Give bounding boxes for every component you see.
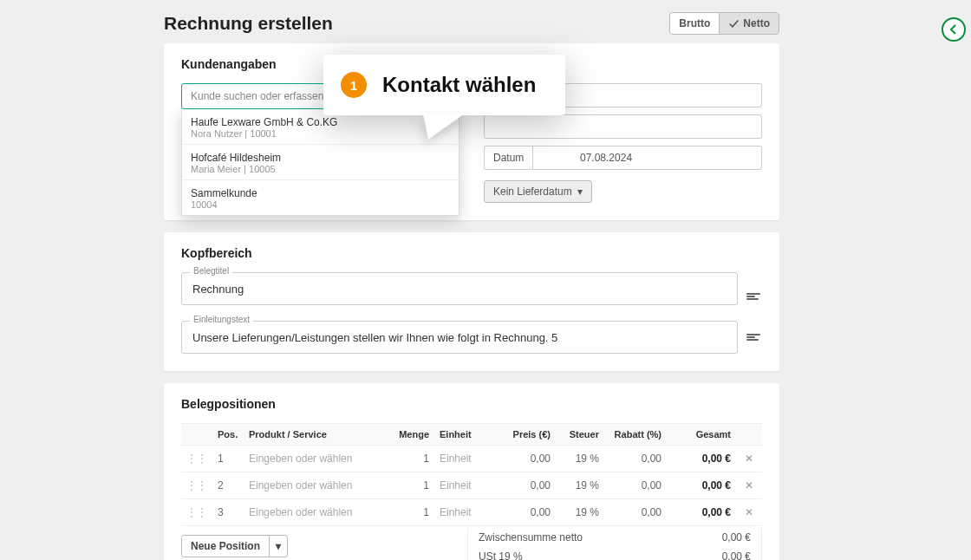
items-panel-title: Belegpositionen xyxy=(181,397,762,411)
netto-button[interactable]: Netto xyxy=(719,12,779,35)
col-qty: Menge xyxy=(388,424,434,446)
net-gross-toggle: Brutto Netto xyxy=(669,12,779,35)
tax-value: 0,00 € xyxy=(722,550,751,560)
date-label: Datum xyxy=(484,146,533,170)
col-pos: Pos. xyxy=(212,424,244,446)
table-row[interactable]: ⋮⋮ 2 Eingeben oder wählen 1 Einheit 0,00… xyxy=(181,472,762,499)
drag-handle-icon[interactable]: ⋮⋮ xyxy=(186,506,207,518)
reference-field[interactable] xyxy=(484,114,762,139)
text-options-icon[interactable] xyxy=(746,334,762,341)
chevron-down-icon: ▾ xyxy=(276,540,281,552)
remove-row-icon[interactable]: ✕ xyxy=(741,506,757,518)
collapse-sidebar-button[interactable] xyxy=(942,17,966,42)
callout-step-badge: 1 xyxy=(341,72,367,98)
text-options-icon[interactable] xyxy=(746,293,762,300)
page-title: Rechnung erstellen xyxy=(164,13,333,34)
no-delivery-date-button[interactable]: Kein Lieferdatum ▾ xyxy=(484,180,592,203)
date-field[interactable]: Datum 07.08.2024 xyxy=(484,146,762,170)
check-icon xyxy=(728,18,740,29)
tax-label: USt 19 % xyxy=(479,550,523,560)
remove-row-icon[interactable]: ✕ xyxy=(741,453,757,465)
brutto-button[interactable]: Brutto xyxy=(669,12,719,35)
items-panel: Belegpositionen Pos. Produkt / Service M… xyxy=(164,383,779,560)
col-unit: Einheit xyxy=(434,424,495,446)
customer-suggestion-item[interactable]: Sammelkunde 10004 xyxy=(182,179,459,215)
intro-text-input[interactable] xyxy=(182,331,737,344)
onboarding-callout: 1 Kontakt wählen xyxy=(323,55,565,115)
col-prod: Produkt / Service xyxy=(244,424,388,446)
col-tax: Steuer xyxy=(556,424,604,446)
remove-row-icon[interactable]: ✕ xyxy=(741,479,757,492)
table-row[interactable]: ⋮⋮ 1 Eingeben oder wählen 1 Einheit 0,00… xyxy=(181,446,762,472)
new-position-button[interactable]: Neue Position xyxy=(181,535,270,557)
line-items-table: Pos. Produkt / Service Menge Einheit Pre… xyxy=(181,423,762,526)
chevron-down-icon: ▾ xyxy=(577,186,583,198)
customer-suggestion-item[interactable]: Hofcafé Hildesheim Maria Meier | 10005 xyxy=(182,144,459,179)
col-total: Gesamt xyxy=(667,424,736,446)
new-position-menu-button[interactable]: ▾ xyxy=(270,535,288,557)
chevron-left-icon xyxy=(948,24,959,35)
reference-input[interactable] xyxy=(485,120,761,133)
col-price: Preis (€) xyxy=(495,424,556,446)
drag-handle-icon[interactable]: ⋮⋮ xyxy=(186,479,207,492)
head-panel: Kopfbereich Belegtitel Einleitungstext xyxy=(164,232,779,371)
col-discount: Rabatt (%) xyxy=(604,424,667,446)
subtotal-value: 0,00 € xyxy=(722,531,751,544)
callout-text: Kontakt wählen xyxy=(382,73,536,97)
customer-suggestions-dropdown: Haufe Lexware GmbH & Co.KG Nora Nutzer |… xyxy=(181,109,459,216)
intro-text-label: Einleitungstext xyxy=(190,315,253,324)
totals-box: Zwischensumme netto 0,00 € USt 19 % 0,00… xyxy=(467,528,762,560)
table-row[interactable]: ⋮⋮ 3 Eingeben oder wählen 1 Einheit 0,00… xyxy=(181,499,762,526)
head-panel-title: Kopfbereich xyxy=(181,246,762,260)
doc-title-input[interactable] xyxy=(182,283,737,296)
subtotal-label: Zwischensumme netto xyxy=(479,531,583,544)
doc-title-label: Belegtitel xyxy=(190,266,232,276)
drag-handle-icon[interactable]: ⋮⋮ xyxy=(186,453,207,465)
